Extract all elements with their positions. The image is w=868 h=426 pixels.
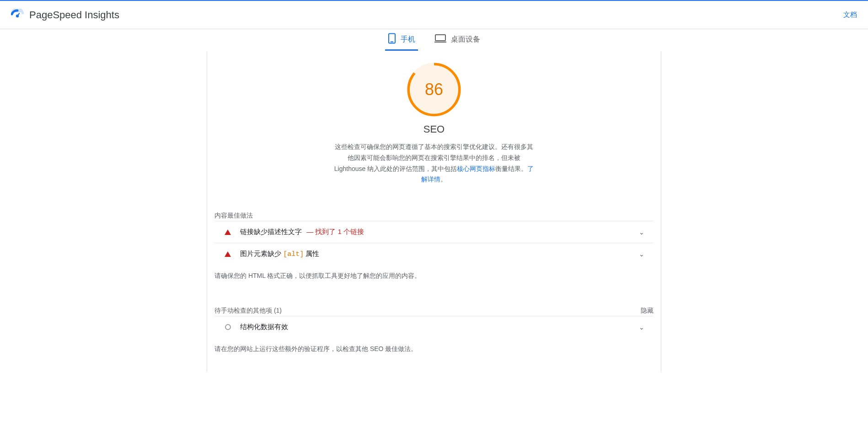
gauge-score: 86 — [425, 80, 443, 99]
audit-structured-data-label: 结构化数据有效 — [240, 323, 288, 330]
chevron-down-icon: ⌄ — [639, 250, 644, 258]
app-title: PageSpeed Insights — [29, 9, 119, 21]
audit-link-text-extra: — 找到了 1 个链接 — [305, 228, 364, 235]
chevron-down-icon: ⌄ — [639, 229, 644, 236]
link-core-web-vitals[interactable]: 核心网页指标 — [457, 165, 495, 172]
top-bar: PageSpeed Insights 文档 — [0, 0, 868, 29]
gauge-wrap: 86 — [207, 51, 661, 117]
audit-image-alt[interactable]: 图片元素缺少 [alt] 属性 ⌄ — [214, 243, 654, 265]
manual-hint: 请在您的网站上运行这些额外的验证程序，以检查其他 SEO 最佳做法。 — [214, 345, 654, 353]
pagespeed-logo-icon — [11, 9, 24, 21]
category-name: SEO — [207, 123, 661, 135]
section-content-best-practices: 内容最佳做法 链接缺少描述性文字 — 找到了 1 个链接 ⌄ 图片元素缺少 [a… — [214, 212, 654, 280]
main-content: 86 SEO 这些检查可确保您的网页遵循了基本的搜索引擎优化建议。还有很多其他因… — [207, 51, 661, 372]
desc-period: 。 — [440, 176, 447, 183]
audit-image-alt-before: 图片元素缺少 — [240, 250, 283, 257]
content-hint: 请确保您的 HTML 格式正确，以便抓取工具更好地了解您的应用的内容。 — [214, 272, 654, 280]
fail-triangle-icon — [224, 229, 232, 235]
section-title-content: 内容最佳做法 — [214, 212, 654, 220]
tab-mobile[interactable]: 手机 — [385, 29, 418, 51]
svg-rect-5 — [435, 35, 445, 41]
fail-triangle-icon — [224, 251, 232, 257]
mobile-icon — [388, 33, 396, 46]
audit-structured-data[interactable]: 结构化数据有效 ⌄ — [214, 316, 654, 338]
tab-desktop[interactable]: 桌面设备 — [432, 29, 483, 51]
section-manual-checks: 待手动检查的其他项 (1) 隐藏 结构化数据有效 ⌄ 请在您的网站上运行这些额外… — [214, 307, 654, 353]
device-tabs: 手机 桌面设备 — [0, 29, 868, 51]
score-gauge: 86 — [407, 62, 461, 117]
audit-image-alt-code: [alt] — [283, 250, 304, 258]
tab-desktop-label: 桌面设备 — [451, 35, 480, 44]
desc-text-2: 衡量结果。 — [495, 165, 527, 172]
section-title-manual: 待手动检查的其他项 (1) — [214, 307, 641, 315]
category-description: 这些检查可确保您的网页遵循了基本的搜索引擎优化建议。还有很多其他因素可能会影响您… — [333, 142, 535, 185]
docs-link[interactable]: 文档 — [843, 11, 857, 19]
logo-wrap[interactable]: PageSpeed Insights — [11, 9, 119, 21]
chevron-down-icon: ⌄ — [639, 324, 644, 331]
audit-link-text-label: 链接缺少描述性文字 — [240, 228, 302, 235]
desktop-icon — [434, 34, 446, 45]
tab-mobile-label: 手机 — [401, 35, 415, 44]
audit-image-alt-after: 属性 — [304, 250, 319, 257]
section-toggle-hide[interactable]: 隐藏 — [641, 307, 654, 315]
audit-link-text[interactable]: 链接缺少描述性文字 — 找到了 1 个链接 ⌄ — [214, 221, 654, 243]
manual-circle-icon — [224, 324, 232, 330]
